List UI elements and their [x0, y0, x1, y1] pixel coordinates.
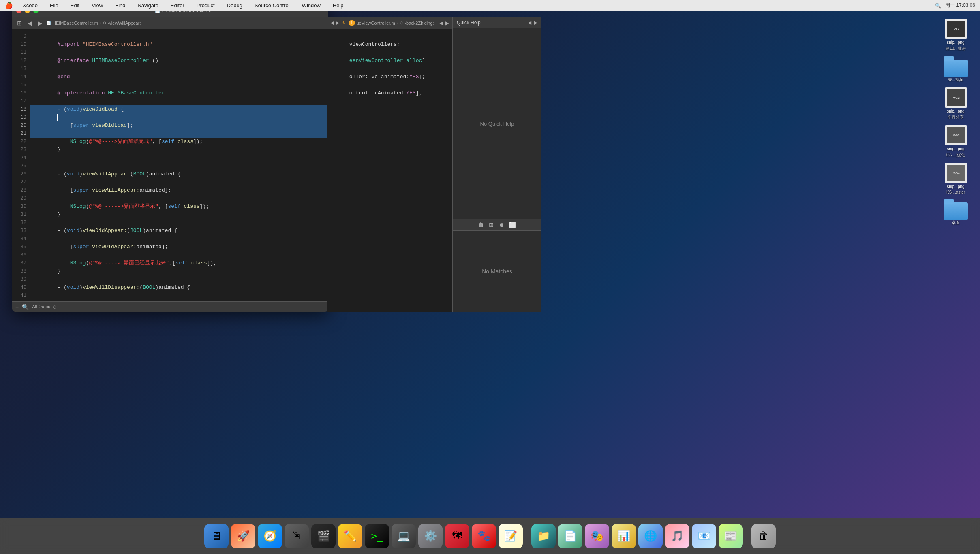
menu-navigate[interactable]: Navigate — [135, 2, 160, 9]
companion-action1[interactable]: ◀ — [439, 20, 443, 26]
line-num-15: 15 — [12, 81, 26, 89]
companion-nav-forward[interactable]: ▶ — [336, 20, 339, 26]
line-num-33: 33 — [12, 227, 26, 235]
companion-line-1: viewControllers; — [327, 32, 452, 40]
qh-toolbar-icon2[interactable]: ⊞ — [489, 222, 494, 228]
dock-paw[interactable]: 🐾 — [472, 524, 496, 548]
line-num-36: 36 — [12, 251, 26, 259]
line-num-14: 14 — [12, 73, 26, 81]
desktop-icon-1-label: snip...png — [947, 40, 964, 45]
line-numbers: 9 10 11 12 13 14 15 16 17 18 19 20 21 22… — [12, 29, 30, 301]
dock-syspref[interactable]: ⚙️ — [418, 524, 443, 548]
menubar-search[interactable]: 🔍 — [935, 3, 941, 9]
nav-forward-icon[interactable]: ▶ — [36, 19, 44, 27]
menu-product[interactable]: Product — [194, 2, 217, 9]
line-num-17: 17 — [12, 97, 26, 105]
code-line-36: NSLog(@"%@ ----> 界面已经显示出来",[self class])… — [30, 251, 328, 259]
dock-notes[interactable]: ✏️ — [338, 524, 362, 548]
add-file-icon[interactable]: + — [15, 304, 19, 310]
dock-quicktime[interactable]: 🎬 — [311, 524, 336, 548]
code-line-23 — [30, 146, 328, 154]
menubar-clock: 周一 17:03:06 — [945, 2, 975, 9]
desktop-icon-3[interactable]: IMG3 snip...png 07-...(优化 — [937, 125, 974, 158]
dock-launchpad[interactable]: 🚀 — [231, 524, 255, 548]
companion-sep: › — [397, 21, 398, 26]
desktop-icon-1[interactable]: IMG snip...png 第13...业进 — [937, 19, 974, 51]
nav-back-icon[interactable]: ◀ — [26, 19, 34, 27]
dock-item-13[interactable]: 📄 — [558, 524, 582, 548]
code-content-area[interactable]: #import "HEIMBaseController.h" @interfac… — [30, 29, 328, 301]
no-matches-label: No Matches — [482, 268, 512, 275]
qh-toolbar-icon3[interactable]: ⏺ — [499, 222, 504, 228]
dock-textedit[interactable]: 📝 — [499, 524, 523, 548]
companion-action2[interactable]: ▶ — [445, 20, 449, 26]
dock-trash[interactable]: 🗑 — [751, 524, 776, 548]
line-num-27: 27 — [12, 178, 26, 186]
apple-menu[interactable]: 🍎 — [5, 2, 13, 9]
dock-item-14[interactable]: 🎭 — [585, 524, 609, 548]
editor-toolbar: ⊞ ◀ ▶ 📄 HEIMBaseController.m › ⊙ -viewWi… — [12, 17, 328, 29]
menu-view[interactable]: View — [89, 2, 105, 9]
code-line-27: [super viewWillAppear:animated]; — [30, 178, 328, 186]
menu-debug[interactable]: Debug — [225, 2, 245, 9]
line-num-28: 28 — [12, 186, 26, 194]
line-num-30: 30 — [12, 202, 26, 211]
filter-icon[interactable]: 🔍 — [22, 304, 29, 310]
line-num-26: 26 — [12, 170, 26, 178]
code-line-21: NSLog(@"%@---->界面加载完成", [self class]); — [30, 130, 328, 138]
quick-help-panel: Quick Help ◀ ▶ No Quick Help 🗑 ⊞ ⏺ ⬜ No … — [452, 17, 541, 312]
menu-find[interactable]: Find — [113, 2, 128, 9]
dock-item-18[interactable]: 📧 — [692, 524, 716, 548]
menu-file[interactable]: File — [47, 2, 61, 9]
code-line-31 — [30, 211, 328, 219]
dock-item-15[interactable]: 📊 — [612, 524, 636, 548]
desktop-icon-1-sublabel: 第13...业进 — [946, 46, 965, 51]
breadcrumb: 📄 HEIMBaseController.m › ⊙ -viewWillAppe… — [46, 21, 325, 26]
dock-finder[interactable]: 🖥 — [204, 524, 229, 548]
dock-item-17[interactable]: 🎵 — [665, 524, 689, 548]
code-editor[interactable]: 9 10 11 12 13 14 15 16 17 18 19 20 21 22… — [12, 29, 328, 301]
dock-xmind[interactable]: 🗺 — [445, 524, 469, 548]
dock-safari[interactable]: 🧭 — [258, 524, 282, 548]
xcode-window: 📄 HEIMBaseController.m ⊞ ◀ ▶ 📄 HEIMBaseC… — [12, 4, 328, 312]
dock-item-19[interactable]: 📰 — [719, 524, 743, 548]
menu-editor[interactable]: Editor — [168, 2, 187, 9]
code-line-19: [super viewDidLoad]; — [30, 113, 328, 121]
line-num-34: 34 — [12, 235, 26, 243]
sidebar-toggle-icon[interactable]: ⊞ — [15, 19, 24, 27]
menu-xcode[interactable]: Xcode — [20, 2, 40, 9]
menu-edit[interactable]: Edit — [68, 2, 82, 9]
menu-window[interactable]: Window — [300, 2, 323, 9]
line-num-29: 29 — [12, 194, 26, 202]
qh-toolbar-icon1[interactable]: 🗑 — [478, 222, 484, 228]
line-num-41: 41 — [12, 292, 26, 300]
output-label: All Output ◇ — [32, 304, 56, 309]
no-matches-area: No Matches — [453, 231, 541, 312]
qh-toolbar-icon4[interactable]: ⬜ — [509, 222, 516, 228]
line-num-39: 39 — [12, 275, 26, 283]
qh-action1[interactable]: ◀ — [528, 20, 531, 26]
line-num-22: 22 — [12, 138, 26, 146]
dock-item-12[interactable]: 📁 — [531, 524, 556, 548]
line-num-35: 35 — [12, 243, 26, 251]
code-line-39: - (void)viewWillDisappear:(BOOL)animated… — [30, 275, 328, 283]
menu-help[interactable]: Help — [330, 2, 346, 9]
companion-nav-back[interactable]: ◀ — [330, 20, 334, 26]
breadcrumb-file[interactable]: HEIMBaseController.m — [53, 21, 98, 26]
dock-item-16[interactable]: 🌐 — [638, 524, 663, 548]
desktop-icon-4[interactable]: IMG4 snip...png KSl...aster — [937, 163, 974, 194]
breadcrumb-method[interactable]: -viewWillAppear: — [108, 21, 141, 26]
dock-terminal1[interactable]: >_ — [365, 524, 389, 548]
dock-app2[interactable]: 💻 — [392, 524, 416, 548]
qh-action2[interactable]: ▶ — [534, 20, 537, 26]
line-num-20: 20 — [12, 121, 26, 130]
desktop-icon-folder1[interactable]: 未...视频 — [937, 56, 974, 83]
desktop-icon-folder2[interactable]: 桌面 — [937, 199, 974, 226]
companion-editor: ◀ ▶ ⚠ 1 ueViewController.m › ⊙ -back2Zhi… — [327, 17, 452, 312]
desktop-icon-2[interactable]: IMG2 snip...png 车丹分享 — [937, 87, 974, 120]
companion-file[interactable]: ueViewController.m — [357, 21, 395, 26]
dock-mouse[interactable]: 🖱 — [285, 524, 309, 548]
menu-source-control[interactable]: Source Control — [252, 2, 292, 9]
line-num-24: 24 — [12, 154, 26, 162]
companion-method[interactable]: -back2Zhiding: — [404, 21, 434, 26]
